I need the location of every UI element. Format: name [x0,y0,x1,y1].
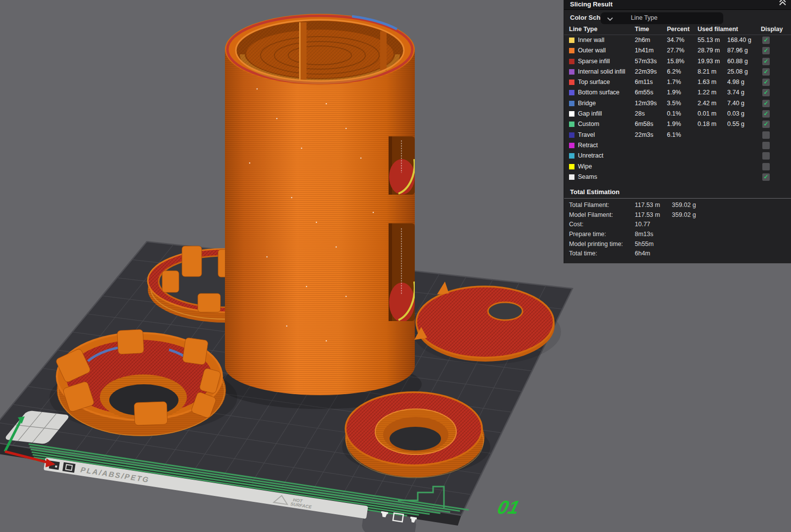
display-checkbox[interactable] [762,163,770,170]
line-type-time: 12m39s [635,98,657,109]
header-line-type: Line Type [569,26,597,33]
color-scheme-row: Color Scheme Line Type [564,10,791,26]
total-value-length: 8m13s [635,230,654,240]
line-type-time: 2h6m [635,35,650,45]
line-type-percent: 1.7% [667,77,681,87]
line-type-row: Unretract [564,151,791,161]
divider [564,198,791,199]
model-cylinder[interactable] [225,14,415,395]
line-type-row: Retract [564,140,791,151]
header-time: Time [635,26,649,33]
total-row: Cost:10.77 [564,220,791,230]
line-type-length: 0.18 m [698,119,716,129]
display-checkbox[interactable]: ✓ [762,100,770,107]
line-type-label: Travel [578,130,595,140]
line-type-weight: 25.08 g [727,67,748,77]
line-type-color-swatch [569,132,574,138]
display-checkbox[interactable]: ✓ [762,37,770,44]
line-type-row: Bottom surface6m55s1.9%1.22 m3.74 g✓ [564,87,791,98]
line-type-percent: 15.8% [667,56,684,67]
line-type-length: 1.63 m [698,77,716,87]
line-type-percent: 6.1% [667,130,681,140]
line-type-color-swatch [569,143,574,148]
line-type-row: Top surface6m11s1.7%1.63 m4.98 g✓ [564,77,791,87]
display-checkbox[interactable]: ✓ [762,68,770,76]
display-checkbox[interactable]: ✓ [762,110,770,118]
line-type-label: Bottom surface [578,87,619,98]
total-label: Total Filament: [569,201,609,210]
line-type-row: Sparse infill57m33s15.8%19.93 m60.88 g✓ [564,56,791,67]
total-row: Model Filament:117.53 m359.02 g [564,210,791,220]
line-type-time: 6m58s [635,119,654,129]
line-type-color-swatch [569,80,574,85]
line-type-row: Inner wall2h6m34.7%55.13 m168.40 g✓ [564,35,791,45]
color-scheme-dropdown[interactable]: Line Type [601,12,723,24]
display-checkbox[interactable]: ✓ [762,79,770,86]
header-used-filament: Used filament [698,26,738,33]
line-type-time: 1h41m [635,45,654,56]
chevrons-up-icon[interactable] [778,0,787,6]
display-checkbox[interactable] [762,142,770,149]
line-type-weight: 4.98 g [727,77,745,87]
line-type-table-header: Line Type Time Percent Used filament Dis… [564,26,791,35]
line-type-row: Wipe [564,162,791,172]
line-type-color-swatch [569,122,574,127]
line-type-length: 28.79 m [698,45,720,56]
total-row: Total Filament:117.53 m359.02 g [564,201,791,210]
cylinder-slot-lower [389,223,415,322]
line-type-label: Retract [578,140,598,151]
display-checkbox[interactable]: ✓ [762,47,770,54]
line-type-color-swatch [569,174,574,180]
line-type-row: Travel22m3s6.1% [564,130,791,140]
line-type-weight: 168.40 g [727,35,751,45]
panel-title-bar: Slicing Result [564,0,791,10]
model-donut[interactable] [345,392,484,478]
line-type-color-swatch [569,153,574,159]
total-label: Cost: [569,220,583,230]
total-value-length: 117.53 m [635,201,660,210]
display-checkbox[interactable]: ✓ [762,121,770,128]
slicing-result-panel: Slicing Result Color Scheme Line Type Li… [564,0,791,263]
line-type-length: 2.42 m [698,98,716,109]
line-type-row: Custom6m58s1.9%0.18 m0.55 g✓ [564,119,791,129]
line-type-percent: 34.7% [667,35,684,45]
line-type-color-swatch [569,69,574,75]
display-checkbox[interactable]: ✓ [762,58,770,65]
display-checkbox[interactable] [762,152,770,160]
line-type-color-swatch [569,48,574,53]
total-label: Model printing time: [569,240,623,249]
line-type-color-swatch [569,164,574,169]
line-type-weight: 0.55 g [727,119,745,129]
panel-title: Slicing Result [570,0,613,8]
display-checkbox[interactable]: ✓ [762,89,770,96]
line-type-table: Inner wall2h6m34.7%55.13 m168.40 g✓Outer… [564,35,791,182]
line-type-color-swatch [569,38,574,43]
line-type-percent: 0.1% [667,109,681,119]
line-type-time: 22m3s [635,130,654,140]
line-type-weight: 3.74 g [727,87,745,98]
model-large-ring[interactable] [55,329,226,436]
line-type-label: Seams [578,172,597,182]
header-percent: Percent [667,26,690,33]
line-type-percent: 1.9% [667,87,681,98]
total-value-length: 5h55m [635,240,654,249]
display-checkbox[interactable]: ✓ [762,173,770,181]
line-type-length: 55.13 m [698,35,720,45]
total-estimation-title: Total Estimation [564,182,791,198]
line-type-label: Outer wall [578,45,606,56]
line-type-length: 19.93 m [698,56,720,67]
line-type-time: 6m55s [635,87,654,98]
line-type-label: Custom [578,119,599,129]
header-display: Display [761,26,783,33]
line-type-time: 6m11s [635,77,653,87]
display-checkbox[interactable] [762,131,770,139]
total-row: Total time:6h4m [564,249,791,259]
total-label: Total time: [569,249,597,259]
color-scheme-value: Line Type [631,14,658,21]
line-type-label: Bridge [578,98,596,109]
total-value-weight: 359.02 g [672,201,696,210]
line-type-percent: 1.9% [667,119,681,129]
line-type-time: 28s [635,109,645,119]
line-type-row: Gap infill28s0.1%0.01 m0.03 g✓ [564,109,791,119]
line-type-label: Inner wall [578,35,605,45]
